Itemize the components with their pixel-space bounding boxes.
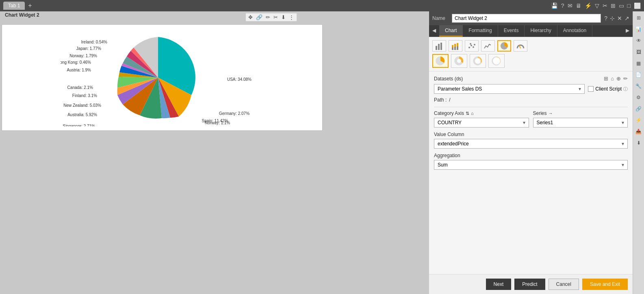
divider-1 (434, 107, 628, 107)
side-icon-image[interactable]: 🖼 (634, 47, 644, 57)
pie-sub-donut1[interactable] (451, 54, 467, 68)
tab-formatting[interactable]: Formatting (463, 25, 498, 37)
chart-container: USA: 34.08% Spain: 11.42% Germany: 2.07%… (2, 24, 323, 131)
tools-icon[interactable]: ✂ (603, 2, 607, 9)
svg-text:Finland: 3.1%: Finland: 3.1% (72, 93, 97, 98)
side-icon-table[interactable]: ▦ (634, 58, 644, 68)
save-exit-button[interactable]: Save and Exit (582, 279, 628, 290)
series-value: Series1 (537, 120, 553, 125)
side-icon-download[interactable]: ⬇ (634, 138, 644, 148)
chart-type-scatter[interactable] (465, 40, 479, 52)
side-icon-gear[interactable]: ⚙ (634, 93, 644, 102)
side-icon-link[interactable]: 🔗 (634, 104, 644, 114)
series-label-row: Series → (533, 110, 628, 116)
series-dropdown[interactable]: Series1 (533, 118, 628, 128)
side-icon-inbox[interactable]: 📥 (634, 127, 644, 136)
dataset-home-icon[interactable]: ⌂ (611, 76, 614, 82)
panel-help-icon[interactable]: ? (604, 15, 607, 22)
grid-icon[interactable]: ⊞ (611, 2, 616, 9)
rect-icon[interactable]: ▭ (619, 2, 624, 9)
widget-name-input[interactable] (452, 14, 601, 23)
panel-close-icon[interactable]: ✕ (617, 15, 622, 22)
category-sort-icon[interactable]: ⇅ (466, 111, 469, 116)
client-script-info[interactable]: ⓘ (623, 86, 628, 92)
pie-sub-full[interactable] (432, 54, 449, 68)
category-chevron (523, 120, 525, 125)
panel-move-icon[interactable]: ⊹ (610, 15, 615, 22)
panel-tab-prev[interactable]: ◀ (429, 25, 439, 37)
panel-inner: Name ? ⊹ ✕ ↗ ◀ Chart Formatting Events H… (429, 11, 633, 294)
dataset-columns-icon[interactable]: ⊞ (604, 76, 608, 82)
svg-text:Hong Kong: 0.46%: Hong Kong: 0.46% (61, 60, 91, 65)
pie-sub-row (432, 54, 629, 68)
square-icon[interactable]: □ (627, 2, 631, 9)
next-button[interactable]: Next (486, 279, 512, 290)
category-axis-label: Category Axis ⇅ ⌂ (434, 110, 529, 116)
category-axis-value: COUNTRY (438, 120, 462, 125)
panel-tabs: ◀ Chart Formatting Events Hierarchy Anno… (429, 25, 633, 37)
main-area: Chart Widget 2 ✥ 🔗 ✏ ✂ ⬇ ⋮ (0, 11, 644, 294)
svg-point-32 (493, 57, 500, 65)
pie-sub-donut2[interactable] (470, 54, 486, 68)
chart-type-gauge[interactable] (514, 40, 527, 52)
chart-type-section (429, 37, 633, 71)
category-home-icon[interactable]: ⌂ (471, 111, 474, 116)
move-icon[interactable]: ✥ (248, 14, 253, 20)
value-column-section: Value Column extendedPrice (434, 132, 628, 149)
download-icon[interactable]: ⬇ (281, 14, 286, 20)
tab-events[interactable]: Events (498, 25, 525, 37)
category-axis-dropdown[interactable]: COUNTRY (434, 118, 529, 128)
svg-rect-23 (457, 46, 458, 50)
side-icon-doc[interactable]: 📄 (634, 70, 644, 80)
svg-point-28 (474, 44, 475, 45)
aggregation-dropdown[interactable]: Sum (434, 160, 628, 170)
filter-icon[interactable]: ⚡ (585, 2, 592, 9)
dataset-edit-icon[interactable]: ✏ (623, 76, 628, 82)
side-icon-bolt[interactable]: ⚡ (634, 115, 644, 125)
help-icon[interactable]: ? (561, 2, 564, 9)
svg-point-30 (457, 59, 461, 63)
chart-type-pie[interactable] (497, 40, 511, 52)
side-icon-eye[interactable]: 👁 (634, 36, 644, 45)
client-script-container: Client Script ⓘ (588, 86, 628, 92)
svg-point-31 (475, 58, 481, 64)
link-icon[interactable]: 🔗 (256, 14, 262, 20)
svg-rect-19 (452, 48, 453, 50)
edit-icon[interactable]: ✏ (266, 14, 270, 20)
pie-sub-donut3[interactable] (488, 54, 505, 68)
tab-annotation[interactable]: Annotation (557, 25, 592, 37)
expand-icon[interactable]: ⬜ (634, 2, 641, 9)
save-icon[interactable]: 💾 (551, 2, 558, 9)
mail-icon[interactable]: ✉ (568, 2, 572, 9)
tab-next-arrow[interactable]: ▶ (622, 25, 633, 37)
tab-1[interactable]: Tab 1 (3, 2, 25, 10)
dataset-action-icons: ⊞ ⌂ ⊕ ✏ (604, 76, 628, 82)
side-icon-settings[interactable]: 🔧 (634, 81, 644, 91)
side-icon-grid[interactable]: ⊞ (634, 13, 644, 23)
aggregation-value: Sum (438, 162, 448, 168)
side-icon-chart[interactable]: 📊 (634, 24, 644, 34)
chart-type-bar[interactable] (432, 40, 446, 52)
more-icon[interactable]: ⋮ (289, 14, 294, 20)
chart-type-stacked-bar[interactable] (449, 40, 462, 52)
panel-expand-icon[interactable]: ↗ (624, 15, 629, 22)
cancel-button[interactable]: Cancel (549, 279, 579, 290)
aggregation-label: Aggregation (434, 153, 628, 158)
series-arrow-icon[interactable]: → (549, 111, 553, 116)
svg-point-27 (470, 43, 471, 45)
svg-text:Japan: 1.77%: Japan: 1.77% (76, 46, 101, 51)
svg-rect-21 (454, 47, 456, 50)
tab-chart[interactable]: Chart (439, 25, 463, 37)
value-column-dropdown[interactable]: extendedPrice (434, 139, 628, 149)
cut-icon[interactable]: ✂ (273, 14, 278, 20)
tab-add-button[interactable]: + (28, 2, 32, 9)
chart-type-line[interactable] (481, 40, 495, 52)
funnel-icon[interactable]: ▽ (595, 2, 599, 9)
series-chevron (622, 120, 624, 125)
dataset-dropdown[interactable]: Parameter Sales DS (434, 84, 585, 94)
client-script-checkbox[interactable] (588, 86, 594, 92)
dataset-add-icon[interactable]: ⊕ (616, 76, 621, 82)
tab-hierarchy[interactable]: Hierarchy (525, 25, 557, 37)
predict-button[interactable]: Predict (514, 279, 545, 290)
monitor-icon[interactable]: 🖥 (576, 2, 581, 9)
